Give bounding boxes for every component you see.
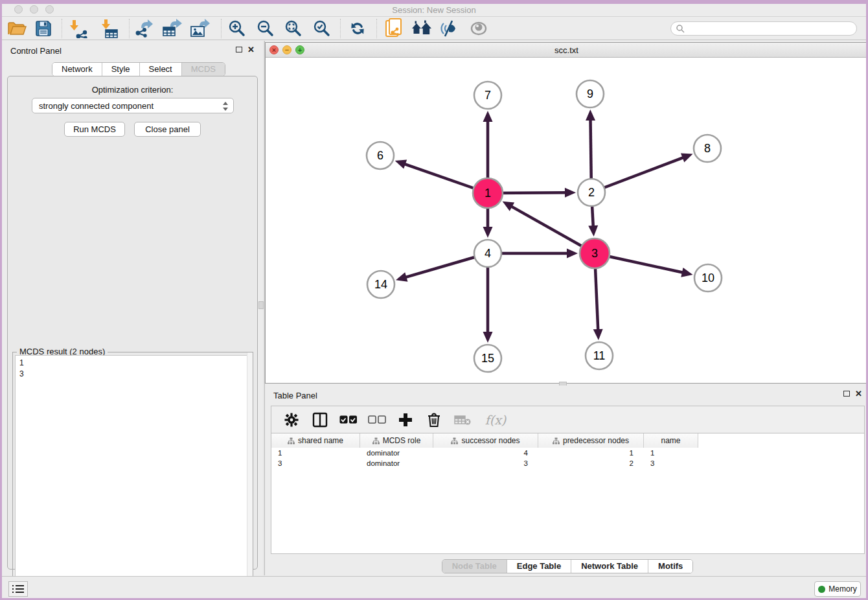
tab-network-table[interactable]: Network Table (571, 560, 648, 573)
column-header-label: predecessor nodes (563, 436, 629, 445)
node-label: 15 (481, 352, 494, 365)
search-icon (676, 24, 685, 33)
tab-network[interactable]: Network (52, 63, 102, 76)
float-panel-icon[interactable] (236, 47, 242, 52)
node-label: 8 (704, 142, 711, 155)
show-column-panel-icon[interactable] (310, 410, 330, 430)
column-header-MCDS-role[interactable]: MCDS role (360, 433, 433, 448)
tab-select[interactable]: Select (140, 63, 182, 76)
zoom-out-icon[interactable] (253, 18, 277, 39)
graph-node-1[interactable]: 1 (473, 178, 503, 208)
close-panel-icon[interactable]: ✕ (247, 45, 255, 54)
memory-status-icon (818, 586, 825, 593)
network-view-title: scc.txt (266, 45, 867, 55)
float-table-panel-icon[interactable] (843, 391, 850, 397)
vertical-splitter-handle[interactable] (258, 301, 264, 309)
window-title: Session: New Session (2, 5, 866, 15)
tab-node-table[interactable]: Node Table (442, 560, 507, 573)
edge-arrowhead (483, 111, 493, 122)
fx-label: f(x) (485, 413, 507, 427)
run-mcds-button[interactable]: Run MCDS (64, 122, 125, 137)
network-canvas[interactable]: 7968124314101511 (266, 58, 867, 383)
table-row[interactable]: 3dominator323 (271, 459, 864, 469)
optimization-criterion-select[interactable]: strongly connected component (32, 98, 234, 113)
mcds-result-group: MCDS result (2 nodes) 1 3 (12, 352, 253, 598)
edge-arrowhead (567, 249, 578, 259)
network-window-titlebar: × − + scc.txt (266, 43, 867, 58)
column-header-name[interactable]: name (644, 433, 698, 448)
toolbar-separator (129, 19, 130, 38)
zoom-fit-icon[interactable] (280, 18, 305, 39)
table-row[interactable]: 1dominator411 (271, 448, 864, 459)
add-column-icon[interactable] (396, 410, 415, 430)
export-image-icon[interactable] (187, 18, 212, 39)
toolbar-separator (62, 19, 62, 38)
mcds-panel: Optimization criterion: strongly connect… (7, 76, 258, 570)
table-panel-title: Table Panel (273, 391, 317, 400)
close-panel-button[interactable]: Close panel (134, 122, 201, 137)
node-label: 6 (377, 149, 383, 162)
deselect-all-icon[interactable] (367, 410, 387, 430)
save-session-icon[interactable] (31, 18, 56, 39)
node-table: shared nameMCDS rolesuccessor nodesprede… (271, 433, 865, 554)
node-label: 7 (485, 89, 491, 102)
search-input[interactable] (685, 23, 856, 34)
edge-arrowhead (395, 159, 407, 168)
graph-node-14[interactable]: 14 (367, 271, 394, 298)
graph-node-11[interactable]: 11 (586, 342, 613, 369)
tab-mcds[interactable]: MCDS (182, 63, 225, 76)
tab-motifs[interactable]: Motifs (648, 560, 692, 573)
task-history-button[interactable] (8, 581, 28, 597)
table-options-gear-icon[interactable] (282, 410, 301, 430)
graph-node-15[interactable]: 15 (474, 345, 501, 372)
graph-node-2[interactable]: 2 (578, 179, 605, 206)
zoom-in-icon[interactable] (224, 18, 249, 39)
zoom-selected-icon[interactable] (309, 18, 334, 39)
result-scrollbar[interactable] (247, 352, 253, 597)
delete-table-icon[interactable] (453, 410, 472, 430)
table-header-row: shared nameMCDS rolesuccessor nodesprede… (271, 433, 698, 448)
hierarchy-icon (372, 437, 380, 444)
column-header-predecessor-nodes[interactable]: predecessor nodes (538, 433, 644, 448)
graph-node-4[interactable]: 4 (474, 240, 501, 267)
edge-arrowhead (681, 268, 692, 277)
node-label: 9 (587, 87, 593, 100)
node-label: 1 (485, 187, 491, 200)
edge-arrowhead (586, 110, 595, 121)
import-table-icon[interactable] (97, 18, 122, 39)
table-cell: dominator (360, 448, 433, 459)
mcds-result-text[interactable]: 1 3 (15, 355, 251, 595)
refresh-icon[interactable] (345, 18, 370, 39)
column-header-shared-name[interactable]: shared name (271, 433, 360, 448)
hide-selected-icon[interactable] (437, 18, 462, 39)
new-session-from-network-icon[interactable] (382, 18, 406, 39)
memory-button[interactable]: Memory (814, 581, 861, 597)
graph-node-3[interactable]: 3 (580, 238, 610, 268)
tab-style[interactable]: Style (102, 63, 140, 76)
graph-node-8[interactable]: 8 (694, 135, 721, 162)
graph-node-10[interactable]: 10 (694, 264, 722, 292)
export-table-icon[interactable] (159, 18, 184, 39)
first-neighbors-icon[interactable] (409, 18, 434, 39)
select-all-icon[interactable] (339, 410, 358, 430)
graph-node-7[interactable]: 7 (474, 82, 501, 109)
control-panel-header: Control Panel ✕ (2, 41, 263, 60)
open-session-icon[interactable] (5, 18, 29, 39)
column-header-successor-nodes[interactable]: successor nodes (433, 433, 538, 448)
function-builder-icon[interactable]: f(x) (481, 410, 510, 430)
export-network-icon[interactable] (131, 18, 156, 39)
graph-node-9[interactable]: 9 (577, 80, 604, 108)
hierarchy-icon (553, 437, 560, 444)
tab-edge-table[interactable]: Edge Table (507, 560, 571, 573)
search-field[interactable] (670, 21, 857, 36)
edge-2-8[interactable] (591, 157, 684, 192)
graph-node-6[interactable]: 6 (367, 142, 394, 169)
table-cell: 1 (644, 448, 698, 459)
show-all-icon[interactable] (466, 18, 491, 39)
delete-column-trash-icon[interactable] (424, 410, 444, 430)
close-table-panel-icon[interactable]: ✕ (855, 389, 862, 398)
table-panel-header: Table Panel ✕ (265, 386, 868, 405)
table-toolbar: f(x) (271, 406, 865, 433)
select-arrows-icon (222, 100, 229, 114)
import-network-icon[interactable] (67, 18, 91, 39)
